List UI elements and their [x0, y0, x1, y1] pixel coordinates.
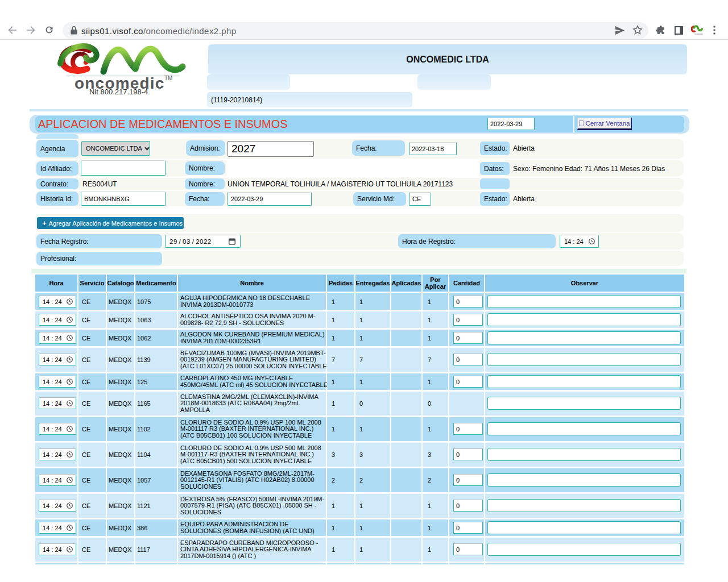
svg-text:ncomedi: ncomedi	[694, 33, 703, 35]
svg-text:TM: TM	[164, 75, 172, 81]
svg-text:Nit 800.217.198-4: Nit 800.217.198-4	[89, 88, 148, 96]
